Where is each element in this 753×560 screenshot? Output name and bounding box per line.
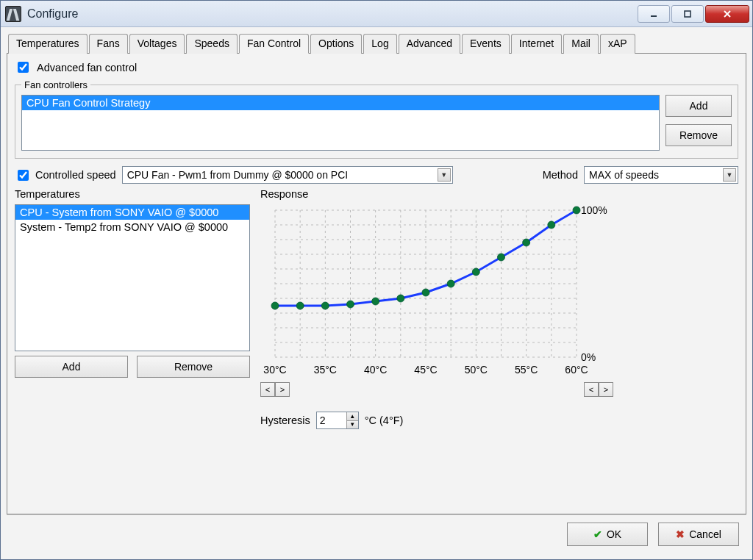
tab-fans[interactable]: Fans — [89, 34, 128, 54]
cross-icon — [676, 528, 685, 540]
svg-point-44 — [447, 280, 454, 287]
client-area: TemperaturesFansVoltagesSpeedsFan Contro… — [1, 27, 752, 559]
tab-speeds[interactable]: Speeds — [186, 34, 237, 54]
svg-point-47 — [523, 239, 530, 246]
tab-voltages[interactable]: Voltages — [129, 34, 185, 54]
response-chart-svg: 100%0%30°C35°C40°C45°C50°C55°C60°C — [260, 203, 613, 379]
hysteresis-input[interactable] — [317, 412, 346, 428]
fan-controllers-label: Fan controllers — [21, 79, 90, 90]
dropdown-arrow-icon — [723, 168, 736, 182]
svg-point-48 — [548, 221, 555, 229]
temperature-add-button[interactable]: Add — [15, 356, 128, 378]
spinner-down-icon[interactable]: ▼ — [346, 421, 358, 429]
minimize-icon — [649, 10, 658, 18]
window-frame: Configure TemperaturesFansVoltagesSpeeds… — [0, 0, 753, 560]
hysteresis-label: Hysteresis — [260, 414, 310, 426]
svg-rect-1 — [685, 11, 690, 17]
svg-text:35°C: 35°C — [314, 364, 337, 376]
tab-fan-control-page: Advanced fan control Fan controllers CPU… — [7, 54, 746, 514]
svg-text:0%: 0% — [581, 351, 596, 363]
tab-xap[interactable]: xAP — [600, 34, 635, 54]
app-icon — [5, 6, 21, 22]
temperatures-label: Temperatures — [15, 188, 250, 200]
svg-point-40 — [347, 301, 354, 308]
close-icon — [722, 9, 732, 19]
tab-bar: TemperaturesFansVoltagesSpeedsFan Contro… — [7, 33, 746, 54]
tab-internet[interactable]: Internet — [511, 34, 562, 54]
response-panel: Response 100%0%30°C35°C40°C45°C50°C55°C6… — [260, 188, 738, 508]
close-button[interactable] — [705, 5, 749, 23]
list-item[interactable]: System - Temp2 from SONY VAIO @ $0000 — [15, 220, 249, 234]
svg-point-41 — [372, 298, 379, 305]
controlled-speed-checkbox[interactable] — [18, 170, 29, 181]
tab-options[interactable]: Options — [310, 34, 362, 54]
svg-point-42 — [397, 295, 404, 302]
ok-button-label: OK — [607, 528, 621, 540]
controlled-speed-value: CPU Fan - Pwm1 from Dummy @ $0000 on PCI — [127, 169, 438, 181]
cancel-button-label: Cancel — [689, 528, 721, 540]
fan-controllers-listbox[interactable]: CPU Fan Control Strategy — [21, 95, 660, 151]
tab-mail[interactable]: Mail — [563, 34, 599, 54]
fan-controllers-group: Fan controllers CPU Fan Control Strategy… — [15, 79, 738, 159]
hysteresis-spinner[interactable]: ▲ ▼ — [316, 412, 359, 429]
response-label: Response — [260, 188, 738, 200]
svg-text:40°C: 40°C — [364, 364, 387, 376]
maximize-icon — [683, 10, 692, 18]
svg-point-38 — [296, 302, 304, 309]
hysteresis-unit: °C (4°F) — [365, 414, 404, 426]
list-item[interactable]: CPU Fan Control Strategy — [22, 96, 659, 110]
cancel-button[interactable]: Cancel — [658, 523, 739, 546]
chart-scroll-right-back[interactable]: < — [584, 382, 599, 397]
tab-log[interactable]: Log — [363, 34, 396, 54]
spinner-up-icon[interactable]: ▲ — [346, 412, 358, 421]
fan-controller-add-button[interactable]: Add — [665, 95, 732, 117]
list-item[interactable]: CPU - System from SONY VAIO @ $0000 — [15, 205, 249, 220]
svg-text:50°C: 50°C — [465, 364, 488, 376]
svg-text:60°C: 60°C — [565, 364, 588, 376]
controlled-speed-dropdown[interactable]: CPU Fan - Pwm1 from Dummy @ $0000 on PCI — [122, 166, 453, 184]
svg-point-39 — [321, 302, 329, 309]
temperatures-panel: Temperatures CPU - System from SONY VAIO… — [15, 188, 250, 508]
tab-temperatures[interactable]: Temperatures — [8, 34, 88, 54]
advanced-fan-control-label: Advanced fan control — [37, 62, 137, 73]
advanced-fan-control-checkbox[interactable] — [18, 62, 29, 73]
checkmark-icon — [593, 528, 602, 540]
minimize-button[interactable] — [638, 5, 670, 23]
tab-fan-control[interactable]: Fan Control — [239, 34, 309, 54]
tab-events[interactable]: Events — [462, 34, 510, 54]
method-label: Method — [543, 169, 578, 181]
controlled-speed-row[interactable]: Controlled speed — [15, 168, 116, 183]
window-title: Configure — [27, 7, 632, 21]
chart-scroll-left-back[interactable]: < — [260, 382, 275, 397]
temperatures-listbox[interactable]: CPU - System from SONY VAIO @ $0000Syste… — [15, 204, 250, 351]
temperature-remove-button[interactable]: Remove — [137, 356, 250, 378]
chart-scroll-left-forward[interactable]: > — [275, 382, 290, 397]
svg-text:45°C: 45°C — [414, 364, 437, 376]
svg-point-46 — [498, 254, 505, 261]
method-value: MAX of speeds — [589, 169, 723, 181]
chart-scroll-right-forward[interactable]: > — [599, 382, 613, 397]
dialog-button-bar: OK Cancel — [7, 514, 746, 553]
chart-scroll-left: < > — [260, 382, 290, 397]
svg-text:30°C: 30°C — [263, 364, 286, 376]
svg-text:55°C: 55°C — [515, 364, 538, 376]
title-bar[interactable]: Configure — [1, 1, 752, 27]
response-chart[interactable]: 100%0%30°C35°C40°C45°C50°C55°C60°C — [260, 203, 738, 379]
fan-controller-remove-button[interactable]: Remove — [665, 124, 732, 146]
controlled-speed-label: Controlled speed — [35, 169, 116, 181]
svg-text:100%: 100% — [581, 204, 607, 216]
advanced-fan-control-row[interactable]: Advanced fan control — [15, 60, 738, 75]
svg-point-45 — [472, 268, 479, 276]
svg-point-37 — [271, 302, 279, 309]
ok-button[interactable]: OK — [567, 523, 648, 546]
dropdown-arrow-icon — [438, 168, 451, 182]
svg-point-49 — [573, 207, 580, 214]
tab-advanced[interactable]: Advanced — [399, 34, 460, 54]
window-buttons — [638, 5, 749, 23]
maximize-button[interactable] — [671, 5, 704, 23]
chart-scroll-right: < > — [584, 382, 613, 397]
method-dropdown[interactable]: MAX of speeds — [584, 166, 738, 184]
svg-point-43 — [422, 289, 429, 296]
